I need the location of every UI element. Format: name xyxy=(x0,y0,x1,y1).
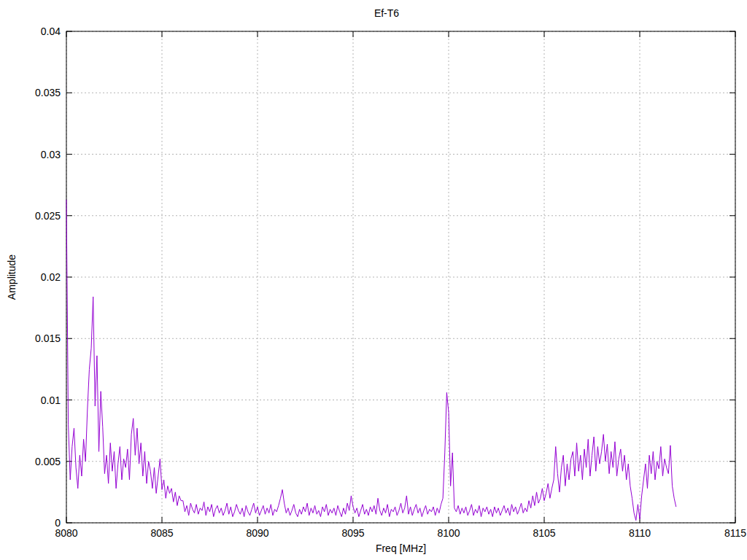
x-tick-label: 8095 xyxy=(341,527,364,539)
y-tick-label: 0.005 xyxy=(35,456,61,467)
y-tick-label: 0.04 xyxy=(41,26,61,37)
chart-title: Ef-T6 xyxy=(0,7,747,19)
plot-border xyxy=(66,31,735,523)
x-axis-label: Freq [MHz] xyxy=(66,542,735,554)
y-tick-label: 0.02 xyxy=(41,271,61,283)
y-tick-label: 0.015 xyxy=(35,332,61,344)
x-tick-label: 8085 xyxy=(150,527,173,539)
plot-svg: 8080808580908095810081058110811500.0050.… xyxy=(0,0,747,560)
y-tick-label: 0 xyxy=(55,517,61,529)
signal-trace xyxy=(66,200,676,521)
y-tick-label: 0.01 xyxy=(41,394,61,406)
x-tick-label: 8080 xyxy=(55,527,77,539)
x-tick-label: 8090 xyxy=(246,527,268,539)
x-tick-label: 8115 xyxy=(724,527,746,539)
x-tick-label: 8110 xyxy=(629,527,651,539)
x-tick-label: 8100 xyxy=(437,527,460,539)
y-tick-label: 0.03 xyxy=(41,149,61,160)
x-tick-label: 8105 xyxy=(533,527,555,539)
y-tick-label: 0.035 xyxy=(35,87,61,98)
chart-canvas: 8080808580908095810081058110811500.0050.… xyxy=(0,0,747,560)
y-axis-label: Amplitude xyxy=(6,254,18,300)
y-tick-label: 0.025 xyxy=(35,210,61,222)
